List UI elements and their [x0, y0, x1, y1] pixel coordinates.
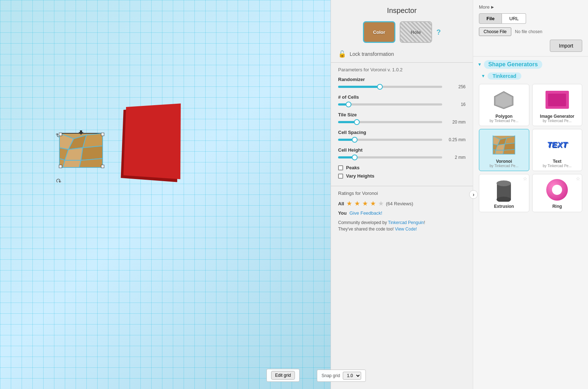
star-5: ★: [378, 200, 384, 207]
svg-marker-6: [81, 146, 103, 160]
shape-card-text[interactable]: TEXT Text by Tinkercad Pe...: [532, 129, 583, 171]
view-code-link[interactable]: View Code!: [395, 227, 417, 232]
shape-name-polygon: Polygon: [495, 114, 512, 119]
param-randomizer: Randomizer 256: [338, 77, 466, 89]
section-arrow-icon[interactable]: ▼: [477, 62, 482, 67]
checkbox-vary-heights[interactable]: [338, 174, 343, 179]
voronoi-object[interactable]: [58, 130, 108, 173]
shape-name-ring: Ring: [552, 204, 562, 209]
voronoi-svg: [58, 130, 104, 169]
all-stars-row: All ★ ★ ★ ★ ★ (64 Reviews): [338, 200, 466, 207]
red-box-object[interactable]: [124, 103, 181, 179]
voronoi-thumb-svg: [492, 135, 516, 155]
param-cells: # of Cells 16: [338, 94, 466, 107]
shape-card-polygon[interactable]: Polygon by Tinkercad Pe...: [479, 84, 529, 126]
file-tab[interactable]: File: [479, 13, 502, 24]
shape-name-image-gen: Image Generator: [540, 114, 574, 119]
extrusion-svg: [494, 178, 514, 202]
star-1: ★: [346, 200, 352, 207]
shape-name-voronoi: Voronoi: [496, 159, 512, 164]
svg-rect-12: [59, 165, 62, 168]
file-url-tabs: File URL: [479, 13, 582, 24]
checkbox-peaks-row: Peaks: [338, 165, 466, 170]
shape-img-text: TEXT: [543, 132, 571, 157]
star-3: ★: [362, 200, 368, 207]
import-button[interactable]: Import: [550, 40, 582, 52]
param-label-cells: # of Cells: [338, 94, 466, 100]
color-hole-row: Color Hole ?: [331, 19, 473, 48]
ring-favorite-icon[interactable]: ☆: [576, 176, 580, 182]
shapes-grid: Polygon by Tinkercad Pe... Image Generat…: [477, 84, 584, 212]
checkbox-peaks[interactable]: [338, 165, 343, 170]
shape-author-polygon: by Tinkercad Pe...: [490, 119, 519, 123]
svg-marker-9: [79, 158, 103, 167]
shape-img-ring: [543, 177, 571, 202]
canvas-area: ↻ ↻: [0, 0, 331, 389]
param-label-cell-height: Cell Height: [338, 147, 466, 153]
right-panel: More ▶ File URL Choose File No file chos…: [473, 0, 588, 389]
shape-author-voronoi: by Tinkercad Pe...: [490, 164, 519, 168]
slider-track-cell-height[interactable]: [338, 156, 442, 158]
slider-row-cell-height: 2 mm: [338, 155, 466, 160]
shape-img-voronoi: [490, 132, 519, 157]
checkbox-vary-row: Vary Heights: [338, 173, 466, 179]
all-label: All: [338, 201, 344, 206]
slider-row-randomizer: 256: [338, 84, 466, 89]
slider-track-cells[interactable]: [338, 103, 442, 106]
param-cell-height: Cell Height 2 mm: [338, 147, 466, 160]
tinkercad-label: Tinkercad: [488, 72, 521, 80]
url-tab[interactable]: URL: [502, 13, 526, 24]
shape-card-extrusion[interactable]: Extrusion ☆: [479, 174, 529, 212]
svg-marker-23: [504, 143, 515, 150]
slider-track-cell-spacing[interactable]: [338, 139, 442, 141]
svg-marker-25: [495, 150, 504, 154]
hole-button[interactable]: Hole: [400, 21, 432, 43]
params-title: Parameters for Voronoi v. 1.0.2: [338, 67, 466, 72]
help-button[interactable]: ?: [436, 28, 441, 36]
slider-row-cell-spacing: 0.25 mm: [338, 137, 466, 142]
shape-card-ring[interactable]: Ring ☆: [532, 174, 583, 212]
no-file-text: No file chosen: [515, 29, 542, 34]
param-label-cell-spacing: Cell Spacing: [338, 130, 466, 135]
polygon-svg: [492, 90, 516, 110]
you-label: You: [338, 210, 347, 216]
shape-name-extrusion: Extrusion: [494, 204, 514, 209]
more-label: More: [479, 4, 490, 10]
svg-marker-26: [503, 149, 515, 154]
param-label-randomizer: Randomizer: [338, 77, 466, 82]
ratings-title: Ratings for Voronoi: [338, 191, 466, 196]
star-2: ★: [354, 200, 360, 207]
lock-row: 🔓 Lock transformation: [331, 48, 473, 63]
lock-icon[interactable]: 🔓: [338, 50, 346, 58]
svg-rect-10: [59, 133, 62, 136]
feedback-link[interactable]: Give Feedback!: [350, 210, 382, 216]
star-4: ★: [370, 200, 376, 207]
slider-row-cells: 16: [338, 102, 466, 107]
svg-rect-13: [101, 165, 104, 168]
ratings-section: Ratings for Voronoi All ★ ★ ★ ★ ★ (64 Re…: [331, 186, 473, 237]
review-count: (64 Reviews): [386, 201, 413, 206]
shape-img-polygon: [490, 87, 519, 112]
slider-value-cell-height: 2 mm: [446, 155, 466, 160]
slider-row-tile-size: 20 mm: [338, 120, 466, 125]
edit-grid-button[interactable]: Edit grid: [271, 371, 295, 380]
slider-track-randomizer[interactable]: [338, 86, 442, 88]
collapse-panel-btn[interactable]: ›: [469, 190, 478, 199]
choose-file-button[interactable]: Choose File: [479, 27, 511, 36]
slider-track-tile-size[interactable]: [338, 121, 442, 123]
color-button[interactable]: Color: [363, 21, 395, 43]
extrusion-favorite-icon[interactable]: ☆: [523, 176, 528, 182]
inspector-panel: Inspector Color Hole ? 🔓 Lock transforma…: [331, 0, 473, 389]
choose-file-row: Choose File No file chosen: [479, 27, 582, 36]
snap-grid-select[interactable]: 1.0 0.5 2.0: [343, 372, 361, 380]
more-arrow-icon[interactable]: ▶: [491, 5, 494, 9]
ring-hole: [552, 185, 562, 195]
shape-img-extrusion: [490, 177, 519, 202]
shape-card-image-gen[interactable]: Image Generator by Tinkercad Pe...: [532, 84, 583, 126]
shape-img-image-gen: [543, 87, 571, 112]
text-3d-visual: TEXT: [544, 136, 570, 154]
tinkercad-arrow-icon[interactable]: ▼: [481, 73, 485, 79]
tinkercad-penguin-link[interactable]: Tinkercad Penguin: [388, 220, 424, 225]
shape-card-voronoi[interactable]: Voronoi by Tinkercad Pe...: [479, 129, 529, 171]
shape-generators-title: Shape Generators: [484, 60, 542, 69]
